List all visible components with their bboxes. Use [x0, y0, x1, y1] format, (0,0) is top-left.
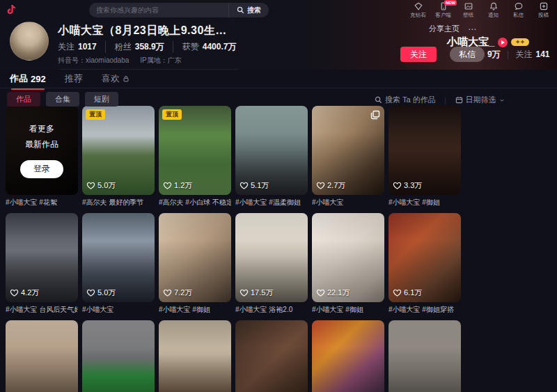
- nav-recharge[interactable]: 充钻石: [409, 2, 427, 19]
- search-button[interactable]: 搜索: [228, 3, 269, 17]
- video-caption: #小喵大宝 #花絮: [6, 198, 78, 207]
- video-caption: #高尔夫 最好的季节: [82, 198, 155, 207]
- video-thumbnail[interactable]: 置顶 5.0万: [82, 106, 155, 195]
- related-account-card: 分享主页 ⋯ 小喵大宝_ ✦✦ 关注 私信 9万 ｜ 关注 141: [395, 19, 557, 70]
- douyin-logo-icon[interactable]: [6, 3, 17, 15]
- video-caption: #小喵大宝 浴袍2.0: [235, 305, 308, 315]
- stat-following[interactable]: 关注1017: [58, 41, 97, 53]
- douyin-profile-page: 搜索 充钻石 NEW 客户端 壁纸 通知 私信 投稿: [0, 0, 557, 392]
- video-card[interactable]: [312, 320, 384, 392]
- see-more-text: 看更多: [29, 123, 54, 135]
- search-input[interactable]: [89, 6, 228, 14]
- video-card[interactable]: 7.2万 #小喵大宝 #御姐: [159, 213, 231, 315]
- like-count: 1.2万: [163, 180, 192, 191]
- tab-likes[interactable]: 喜欢: [102, 72, 130, 85]
- like-count-value: 2.7万: [327, 180, 345, 191]
- video-caption: #小喵大宝 #御姐: [159, 305, 231, 315]
- like-count-value: 4.2万: [21, 288, 39, 298]
- heart-icon: [240, 288, 249, 297]
- live-play-icon: [498, 38, 508, 47]
- video-card[interactable]: [82, 320, 155, 392]
- video-thumbnail[interactable]: 22.1万: [312, 213, 384, 302]
- divider: ｜: [442, 95, 449, 105]
- search-icon: [237, 6, 244, 14]
- share-homepage-button[interactable]: 分享主页: [429, 24, 460, 34]
- like-count-value: 5.1万: [251, 180, 269, 191]
- video-card[interactable]: [389, 320, 461, 392]
- video-thumbnail[interactable]: 4.2万: [6, 213, 78, 302]
- pill-shorts[interactable]: 短剧: [85, 92, 118, 107]
- follow-button[interactable]: 关注: [400, 47, 437, 62]
- tab-works[interactable]: 作品292: [10, 72, 46, 85]
- global-search-bar: 搜索: [89, 3, 269, 17]
- like-count-value: 17.5万: [251, 288, 273, 298]
- nav-upload[interactable]: 投稿: [534, 2, 553, 19]
- video-card[interactable]: 22.1万 #小喵大宝 #御姐: [312, 213, 384, 315]
- grid-tools: 搜索 Ta 的作品 ｜ 日期筛选: [375, 95, 505, 105]
- search-works-button[interactable]: 搜索 Ta 的作品: [375, 95, 436, 105]
- works-filter-pills: 作品 合集 短剧: [7, 92, 118, 107]
- date-filter-button[interactable]: 日期筛选: [455, 95, 505, 105]
- video-grid: 看更多 最新作品 登录 #小喵大宝 #花絮 置顶: [6, 106, 461, 392]
- video-thumbnail[interactable]: 2.7万: [312, 106, 384, 195]
- nav-wallpaper[interactable]: 壁纸: [459, 2, 478, 19]
- video-thumbnail[interactable]: [159, 320, 231, 392]
- video-card[interactable]: 6.1万 #小喵大宝 #御姐穿搭: [389, 213, 461, 315]
- pill-collections[interactable]: 合集: [46, 92, 79, 107]
- video-thumbnail[interactable]: 3.3万: [389, 106, 461, 195]
- nav-client[interactable]: NEW 客户端: [434, 2, 453, 19]
- video-thumbnail[interactable]: [82, 320, 155, 392]
- video-card[interactable]: 3.3万 #小喵大宝 #御姐: [389, 106, 461, 207]
- heart-icon: [163, 288, 172, 297]
- stat-followers[interactable]: 粉丝358.9万: [105, 41, 164, 53]
- video-thumbnail[interactable]: 看更多 最新作品 登录: [6, 106, 78, 195]
- video-card[interactable]: [6, 320, 78, 392]
- video-thumbnail[interactable]: 6.1万: [389, 213, 461, 302]
- video-card[interactable]: 置顶 5.0万 #高尔夫 最好的季节: [82, 106, 155, 207]
- video-card[interactable]: [235, 320, 308, 392]
- video-thumbnail[interactable]: 5.0万: [82, 213, 155, 302]
- video-card[interactable]: 2.7万 #小喵大宝: [312, 106, 384, 207]
- profile-avatar[interactable]: [10, 22, 49, 61]
- video-thumbnail[interactable]: [6, 320, 78, 392]
- video-card[interactable]: 5.1万 #小喵大宝 #温柔御姐: [235, 106, 308, 207]
- video-thumbnail[interactable]: 17.5万: [235, 213, 308, 302]
- video-card[interactable]: 置顶 1.2万 #高尔夫 #小白球 不稳定的在进步: [159, 106, 231, 207]
- calendar-icon: [455, 96, 463, 104]
- video-caption: #小喵大宝 #御姐: [389, 198, 461, 207]
- upload-icon: [540, 2, 548, 10]
- video-card[interactable]: [159, 320, 231, 392]
- nav-messages[interactable]: 私信: [509, 2, 528, 19]
- stat-likes: 获赞4400.7万: [173, 41, 237, 53]
- like-count: 7.2万: [163, 288, 192, 298]
- video-card[interactable]: 5.0万 #小喵大宝: [82, 213, 155, 315]
- video-thumbnail[interactable]: 5.1万: [235, 106, 308, 195]
- pinned-badge: 置顶: [86, 109, 105, 120]
- private-message-button[interactable]: 私信: [450, 47, 485, 62]
- video-caption: #小喵大宝 #御姐: [312, 305, 384, 315]
- like-count: 3.3万: [393, 180, 422, 191]
- chevron-down-icon: [499, 97, 505, 103]
- pinned-badge: 置顶: [162, 109, 182, 120]
- video-thumbnail[interactable]: 置顶 1.2万: [159, 106, 231, 195]
- video-thumbnail[interactable]: [235, 320, 308, 392]
- heart-icon: [86, 288, 95, 297]
- video-card[interactable]: 4.2万 #小喵大宝 台风后天气好舒服: [6, 213, 78, 315]
- video-thumbnail[interactable]: [312, 320, 384, 392]
- profile-meta: 抖音号：xiaomiaodaba IP属地：广东: [58, 56, 260, 65]
- video-card[interactable]: 看更多 最新作品 登录 #小喵大宝 #花絮: [6, 106, 78, 207]
- ip-location: IP属地：广东: [140, 56, 181, 65]
- tab-recommend[interactable]: 推荐: [65, 72, 83, 85]
- pill-works[interactable]: 作品: [7, 92, 40, 107]
- login-button[interactable]: 登录: [20, 160, 63, 178]
- video-thumbnail[interactable]: 7.2万: [159, 213, 231, 302]
- nav-notifications[interactable]: 通知: [484, 2, 503, 19]
- diamond-icon: [414, 2, 423, 10]
- like-count-value: 7.2万: [174, 288, 192, 298]
- message-bubble-icon: [515, 2, 523, 10]
- video-card[interactable]: 17.5万 #小喵大宝 浴袍2.0: [235, 213, 308, 315]
- video-thumbnail[interactable]: [389, 320, 461, 392]
- more-options-icon[interactable]: ⋯: [468, 24, 477, 34]
- video-caption: #小喵大宝 #御姐穿搭: [389, 305, 461, 315]
- profile-name: 小喵大宝（8月23日晚上9.30生…: [58, 24, 260, 38]
